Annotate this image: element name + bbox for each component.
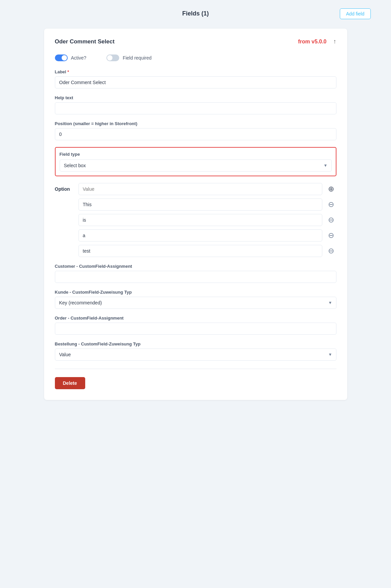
option-row-3: ⊖ — [55, 229, 336, 242]
option-label: Option — [55, 186, 75, 192]
bestellung-type-group: Bestellung - CustomField-Zuweisung Typ K… — [55, 341, 336, 361]
field-required-toggle[interactable] — [106, 54, 119, 61]
divider — [55, 369, 336, 369]
option-input-test[interactable] — [78, 245, 322, 257]
option-row-4: ⊖ — [55, 245, 336, 257]
add-field-button[interactable]: Add field — [340, 8, 371, 19]
card-title: Oder Comment Select — [55, 38, 298, 45]
delete-button[interactable]: Delete — [55, 377, 85, 389]
bestellung-type-select[interactable]: Key (recommended) Value — [55, 348, 336, 361]
field-required-toggle-group: Field required — [106, 54, 152, 61]
active-toggle-group: Active? — [55, 54, 87, 61]
kunde-type-select[interactable]: Key (recommended) Value — [55, 297, 336, 309]
add-option-button[interactable]: ⊕ — [326, 184, 336, 194]
order-assignment-label: Order - CustomField-Assignment — [55, 316, 336, 321]
field-type-box: Field type Select box Text Number Checkb… — [55, 147, 336, 176]
label-input[interactable] — [55, 76, 336, 88]
kunde-type-select-wrapper: Key (recommended) Value ▼ — [55, 297, 336, 309]
bestellung-type-label: Bestellung - CustomField-Zuweisung Typ — [55, 341, 336, 346]
option-input-a[interactable] — [78, 229, 322, 242]
label-field-label: Label * — [55, 69, 336, 74]
customer-assignment-label: Customer - CustomField-Assignment — [55, 264, 336, 269]
required-indicator: * — [67, 69, 69, 74]
field-type-select[interactable]: Select box Text Number Checkbox — [60, 159, 332, 172]
field-type-label: Field type — [60, 152, 332, 157]
help-text-input[interactable] — [55, 102, 336, 114]
options-section: Option ⊕ ⊖ ⊖ ⊖ ⊖ — [55, 183, 336, 257]
label-field-group: Label * — [55, 69, 336, 88]
customer-assignment-input[interactable] — [55, 271, 336, 283]
remove-option-button-4[interactable]: ⊖ — [326, 246, 336, 256]
collapse-button[interactable]: ↑ — [333, 38, 336, 45]
order-assignment-group: Order - CustomField-Assignment — [55, 316, 336, 335]
help-text-label: Help text — [55, 95, 336, 100]
field-card: Oder Comment Select from v5.0.0 ↑ Active… — [44, 29, 347, 400]
version-badge: from v5.0.0 — [298, 39, 326, 45]
active-label: Active? — [71, 55, 87, 61]
customer-assignment-group: Customer - CustomField-Assignment — [55, 264, 336, 283]
position-input[interactable] — [55, 128, 336, 140]
card-header: Oder Comment Select from v5.0.0 ↑ — [55, 38, 336, 45]
kunde-type-group: Kunde - CustomField-Zuweisung Typ Key (r… — [55, 290, 336, 309]
option-input-this[interactable] — [78, 198, 322, 211]
field-required-label: Field required — [123, 55, 152, 61]
option-input-is[interactable] — [78, 214, 322, 226]
order-assignment-input[interactable] — [55, 323, 336, 335]
option-value-input[interactable] — [78, 183, 322, 195]
remove-option-button-1[interactable]: ⊖ — [326, 199, 336, 210]
help-text-field-group: Help text — [55, 95, 336, 114]
option-row-2: ⊖ — [55, 214, 336, 226]
remove-option-button-3[interactable]: ⊖ — [326, 230, 336, 241]
option-add-row: Option ⊕ — [55, 183, 336, 195]
toggles-row: Active? Field required — [55, 54, 336, 61]
bestellung-type-select-wrapper: Key (recommended) Value ▼ — [55, 348, 336, 361]
page-header: Fields (1) Add field — [7, 7, 384, 21]
page-title: Fields (1) — [182, 10, 209, 17]
field-type-select-wrapper: Select box Text Number Checkbox ▼ — [60, 159, 332, 172]
position-label: Position (smaller = higher in Storefront… — [55, 121, 336, 126]
position-field-group: Position (smaller = higher in Storefront… — [55, 121, 336, 140]
active-toggle[interactable] — [55, 54, 68, 61]
kunde-type-label: Kunde - CustomField-Zuweisung Typ — [55, 290, 336, 295]
option-row-1: ⊖ — [55, 198, 336, 211]
remove-option-button-2[interactable]: ⊖ — [326, 215, 336, 225]
